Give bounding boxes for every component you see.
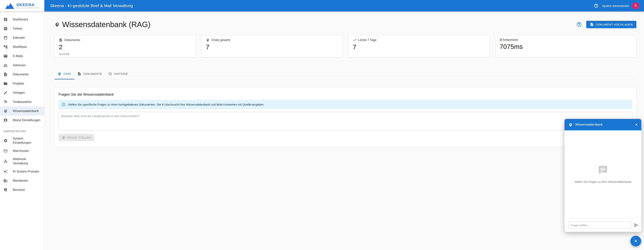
trending-up-icon (353, 38, 356, 42)
mail-icon (4, 54, 8, 58)
sidebar-item-label: System- Einstellungen (13, 136, 31, 145)
avatar[interactable]: S (632, 2, 639, 9)
info-alert-text: Stellen Sie spezifische Fragen zu Ihren … (68, 103, 264, 106)
sidebar-item-emails[interactable]: E-Mails (0, 51, 44, 61)
sidebar-item-label: Dokumente (13, 72, 28, 76)
stat-label: Chats gesamt (211, 38, 230, 42)
psychology-icon (58, 72, 61, 76)
sidebar-item-meine-einstellungen[interactable]: Meine Einstellungen (0, 116, 44, 125)
sidebar-item-label: Adressen (13, 63, 26, 67)
sparkles-icon (4, 170, 8, 174)
mountain-icon (5, 2, 14, 9)
tab-historie[interactable]: HISTORIE (105, 69, 131, 79)
stats-row: Dokumente 2 16.16 KB Chats gesamt 7 Letz… (54, 35, 636, 57)
ask-question-button[interactable]: FRAGE STELLEN (58, 134, 94, 141)
workflow-tree-icon (4, 45, 8, 49)
sidebar-item-adressen[interactable]: Adressen (0, 61, 44, 70)
chat-widget-empty-text: Stellen Sie Fragen zu Ihrer Wissensdaten… (574, 180, 632, 183)
text-fields-icon (4, 100, 8, 104)
avatar-initial: S (634, 4, 636, 8)
sidebar-item-textbausteine[interactable]: Textbausteine (0, 97, 44, 106)
sidebar-item-label: Wissensdatenbank (13, 109, 38, 113)
pencil-icon (4, 91, 8, 95)
main-content: Wissensdatenbank (RAG) DOKUMENT HOCHLADE… (44, 11, 644, 147)
chat-bubble-icon (598, 165, 608, 176)
page-header: Wissensdatenbank (RAG) DOKUMENT HOCHLADE… (54, 19, 636, 30)
sidebar-item-tickets[interactable]: Tickets (0, 24, 44, 33)
sidebar-item-label: Benutzer (13, 188, 25, 192)
knowledge-chat-panel: Fragen Sie die Wissensdatenbank Stellen … (54, 87, 636, 147)
close-icon (634, 239, 638, 243)
tab-label: CHAT (64, 72, 71, 75)
sidebar-item-workflows[interactable]: Workflows (0, 42, 44, 51)
tab-dokumente[interactable]: DOKUMENTE (74, 69, 105, 79)
sidebar-item-label: Webhook- Verwaltung (13, 157, 28, 165)
page-title: Wissensdatenbank (RAG) (62, 20, 150, 29)
chat-widget-footer (564, 218, 641, 232)
user-shield-icon (4, 188, 8, 192)
info-alert: Stellen Sie spezifische Fragen zu Ihren … (58, 100, 632, 109)
sidebar-item-benutzer[interactable]: Benutzer (0, 185, 44, 195)
stat-label: Dokumente (64, 38, 80, 42)
tab-chat[interactable]: CHAT (54, 69, 74, 79)
document-icon (59, 38, 63, 42)
stat-sub: 16.16 KB (59, 53, 191, 55)
stat-card-chats-gesamt: Chats gesamt 7 (202, 35, 343, 57)
sidebar-item-label: Vorlagen (13, 91, 25, 95)
send-icon[interactable] (634, 223, 639, 228)
app-logo: SKEENA MOUNTAIN WORKSPACE (0, 0, 44, 11)
building-icon (4, 179, 8, 183)
psychology-icon (568, 123, 573, 127)
tab-label: HISTORIE (114, 72, 128, 75)
stat-card-letzte-7-tage: Letzte 7 Tage 7 (348, 35, 490, 57)
help-icon[interactable] (576, 22, 582, 27)
close-icon[interactable] (634, 123, 638, 127)
sidebar-item-dokumente[interactable]: Dokumente (0, 70, 44, 79)
app-bar: Skeena - KI-gestützte Brief & Mail Verwa… (44, 0, 644, 11)
sidebar-item-system-einstellungen[interactable]: System- Einstellungen (0, 135, 44, 146)
folder-icon (4, 81, 8, 86)
stat-value: 2 (59, 43, 191, 51)
sidebar-item-label: KI System-Prompts (13, 170, 39, 174)
sidebar-item-label: Workflows (13, 45, 27, 49)
ask-button-label: FRAGE STELLEN (67, 136, 91, 139)
chat-fab-close-button[interactable] (630, 236, 641, 246)
psychology-icon (206, 38, 210, 42)
sidebar-item-label: Mail-Konten (13, 149, 29, 153)
app-title: Skeena - KI-gestützte Brief & Mail Verwa… (50, 3, 133, 8)
psychology-icon (62, 136, 65, 139)
chat-panel-heading: Fragen Sie die Wissensdatenbank (58, 92, 632, 97)
chat-widget-header: Wissensdatenbank (564, 119, 641, 130)
sidebar-item-wissensdatenbank[interactable]: Wissensdatenbank (0, 106, 44, 116)
clipboard-icon (4, 26, 8, 31)
sidebar-item-vorlagen[interactable]: Vorlagen (0, 88, 44, 97)
sidebar-item-projekte[interactable]: Projekte (0, 79, 44, 88)
sidebar-item-label: Meine Einstellungen (13, 118, 40, 122)
upload-document-button[interactable]: DOKUMENT HOCHLADEN (586, 21, 636, 28)
psychology-icon (4, 109, 8, 113)
psychology-icon (54, 22, 60, 27)
sidebar-item-ki-system-prompts[interactable]: KI System-Prompts (0, 167, 44, 176)
sidebar-item-mail-konten[interactable]: Mail-Konten (0, 146, 44, 156)
sidebar-item-label: Mandanten (13, 179, 28, 183)
upload-button-label: DOKUMENT HOCHLADEN (596, 23, 633, 26)
stat-label: Letzte 7 Tage (358, 38, 377, 42)
sidebar-item-webhook-verwaltung[interactable]: Webhook- Verwaltung (0, 156, 44, 167)
webhook-icon (4, 159, 8, 163)
document-icon (78, 72, 81, 76)
top-bar: SKEENA MOUNTAIN WORKSPACE Skeena - KI-ge… (0, 0, 644, 11)
sidebar-item-label: Tickets (13, 26, 22, 31)
question-input[interactable] (58, 112, 632, 130)
account-circle-icon (4, 118, 8, 122)
help-icon[interactable] (594, 3, 598, 8)
people-icon (4, 63, 8, 67)
chat-widget-input[interactable] (568, 222, 631, 229)
stat-value: 7 (353, 43, 485, 51)
sidebar-item-mandanten[interactable]: Mandanten (0, 176, 44, 185)
chat-widget-title: Wissensdatenbank (575, 123, 632, 127)
sidebar-item-kalender[interactable]: Kalender (0, 33, 44, 42)
gear-icon (4, 139, 8, 143)
upload-file-icon (590, 22, 594, 26)
sidebar-item-label: E-Mails (13, 54, 23, 58)
sidebar-item-dashboard[interactable]: Dashboard (0, 15, 44, 24)
